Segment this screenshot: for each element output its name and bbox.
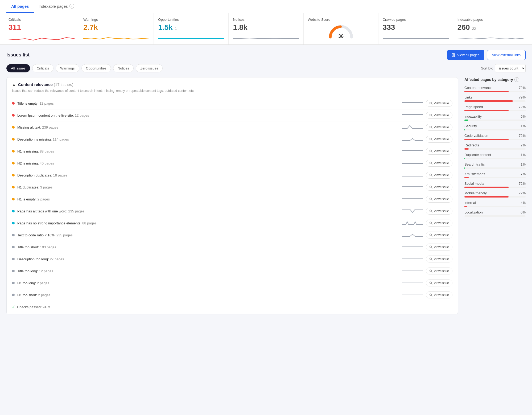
affected-category-name: Localization bbox=[464, 210, 483, 214]
search-icon bbox=[429, 138, 432, 141]
issue-label: Title too long: 12 pages bbox=[17, 269, 399, 273]
svg-line-9 bbox=[431, 128, 432, 129]
affected-info-icon[interactable]: i bbox=[514, 77, 519, 82]
filter-all-issues[interactable]: All issues bbox=[6, 64, 30, 72]
group-subtitle: (17 issues) bbox=[54, 82, 73, 87]
issue-label: H2 is missing: 40 pages bbox=[17, 161, 399, 165]
stat-indexable-pages: Indexable pages 260 -22 bbox=[453, 13, 528, 44]
sort-select[interactable]: issues count bbox=[495, 64, 526, 72]
tab-indexable-pages[interactable]: Indexable pages i bbox=[34, 0, 79, 13]
view-issue-button[interactable]: View issue bbox=[426, 172, 452, 179]
view-issue-button[interactable]: View issue bbox=[426, 148, 452, 155]
progress-bar bbox=[464, 196, 526, 198]
view-issue-button[interactable]: View issue bbox=[426, 160, 452, 167]
filter-opportunities[interactable]: Opportunities bbox=[81, 64, 111, 72]
progress-fill bbox=[464, 206, 467, 207]
view-issue-button[interactable]: View issue bbox=[426, 136, 452, 143]
filter-criticals[interactable]: Criticals bbox=[32, 64, 53, 72]
affected-pct: 72% bbox=[519, 86, 526, 90]
progress-bar bbox=[464, 100, 526, 102]
stat-crawled-pages: Crawled pages 333 bbox=[378, 13, 453, 44]
svg-line-15 bbox=[431, 164, 432, 165]
view-issue-button[interactable]: View issue bbox=[426, 244, 452, 250]
view-issue-button[interactable]: View issue bbox=[426, 291, 452, 298]
notices-chart bbox=[233, 34, 299, 41]
issue-row: Text to code ratio < 10%: 235 pages View… bbox=[12, 229, 452, 241]
view-issue-button[interactable]: View issue bbox=[426, 184, 452, 191]
indexable-chart bbox=[457, 34, 523, 41]
svg-line-13 bbox=[431, 152, 432, 153]
affected-item-header: Security 1% bbox=[464, 124, 526, 128]
issue-row: H1 too long: 2 pages View issue bbox=[12, 277, 452, 289]
sidebar-col: Affected pages by category i Content rel… bbox=[464, 77, 526, 314]
affected-item: Security 1% bbox=[464, 124, 526, 130]
affected-item: Localization 0% bbox=[464, 210, 526, 217]
issue-row: Page has no strong importance elements: … bbox=[12, 217, 452, 229]
affected-item: Search traffic 1% bbox=[464, 162, 526, 169]
progress-fill bbox=[464, 187, 509, 188]
checks-row[interactable]: ✓ Checks passed: 24 ▾ bbox=[12, 305, 452, 309]
filter-zero-issues[interactable]: Zero issues bbox=[136, 64, 163, 72]
issue-chart bbox=[402, 268, 423, 274]
view-issue-button[interactable]: View issue bbox=[426, 220, 452, 227]
filter-warnings[interactable]: Warnings bbox=[56, 64, 79, 72]
view-issue-button[interactable]: View issue bbox=[426, 280, 452, 286]
issue-label: H1 duplicates: 3 pages bbox=[17, 185, 399, 189]
view-issue-button[interactable]: View issue bbox=[426, 112, 452, 119]
tab-all-pages[interactable]: All pages bbox=[6, 0, 34, 13]
progress-bar bbox=[464, 215, 526, 217]
gauge-svg: 36 bbox=[328, 23, 354, 39]
view-issue-button[interactable]: View issue bbox=[426, 100, 452, 107]
view-issue-button[interactable]: View issue bbox=[426, 124, 452, 131]
view-issue-button[interactable]: View issue bbox=[426, 268, 452, 274]
affected-item-header: Search traffic 1% bbox=[464, 162, 526, 166]
issue-chart bbox=[402, 136, 423, 142]
stat-notices: Notices 1.8k bbox=[229, 13, 303, 44]
view-issue-button[interactable]: View issue bbox=[426, 232, 452, 239]
progress-fill bbox=[464, 167, 465, 169]
affected-item: Internal 4% bbox=[464, 201, 526, 207]
crawled-pages-value: 333 bbox=[383, 23, 449, 32]
stat-website-score: Website Score 36 bbox=[304, 13, 378, 44]
search-icon bbox=[429, 233, 432, 237]
svg-rect-1 bbox=[452, 54, 455, 57]
progress-fill bbox=[464, 120, 468, 121]
svg-line-25 bbox=[431, 224, 432, 225]
filter-row: All issues Criticals Warnings Opportunit… bbox=[6, 64, 526, 72]
affected-category-name: Mobile friendly bbox=[464, 191, 487, 195]
svg-line-11 bbox=[431, 140, 432, 141]
issues-list: Title is empty: 12 pages View issue Lore… bbox=[12, 97, 452, 301]
svg-text:36: 36 bbox=[338, 34, 344, 39]
progress-bar bbox=[464, 110, 526, 111]
issue-chart bbox=[402, 172, 423, 178]
affected-category-name: Duplicate content bbox=[464, 153, 491, 157]
filter-notices[interactable]: Notices bbox=[113, 64, 134, 72]
view-external-links-button[interactable]: View external links bbox=[487, 50, 526, 60]
affected-category-name: Social media bbox=[464, 182, 484, 186]
view-all-pages-button[interactable]: View all pages bbox=[447, 50, 484, 60]
warnings-value: 2.7k bbox=[83, 23, 149, 32]
issue-dot bbox=[12, 270, 15, 272]
svg-line-37 bbox=[431, 295, 432, 297]
progress-fill bbox=[464, 158, 465, 159]
affected-category-name: Code validation bbox=[464, 134, 488, 138]
affected-pct: 1% bbox=[521, 124, 526, 128]
issue-row: Title too long: 12 pages View issue bbox=[12, 265, 452, 277]
checks-dropdown-icon[interactable]: ▾ bbox=[48, 305, 50, 309]
affected-item-header: Redirects 7% bbox=[464, 143, 526, 147]
indexable-info-icon[interactable]: i bbox=[69, 4, 74, 9]
svg-line-35 bbox=[431, 283, 432, 285]
stat-warnings: Warnings 2.7k bbox=[79, 13, 154, 44]
view-issue-button[interactable]: View issue bbox=[426, 196, 452, 203]
affected-item: Links 79% bbox=[464, 95, 526, 102]
issue-label: Title too short: 103 pages bbox=[17, 245, 399, 249]
affected-list: Content relevance 72% Links 79% Page spe… bbox=[464, 86, 526, 217]
issue-row: Title too short: 103 pages View issue bbox=[12, 241, 452, 253]
progress-bar bbox=[464, 120, 526, 121]
issue-dot bbox=[12, 126, 15, 129]
collapse-button[interactable]: ▲ bbox=[12, 82, 16, 87]
view-issue-button[interactable]: View issue bbox=[426, 256, 452, 262]
notices-label: Notices bbox=[233, 18, 299, 22]
view-issue-button[interactable]: View issue bbox=[426, 208, 452, 215]
opportunities-chart bbox=[158, 34, 224, 41]
